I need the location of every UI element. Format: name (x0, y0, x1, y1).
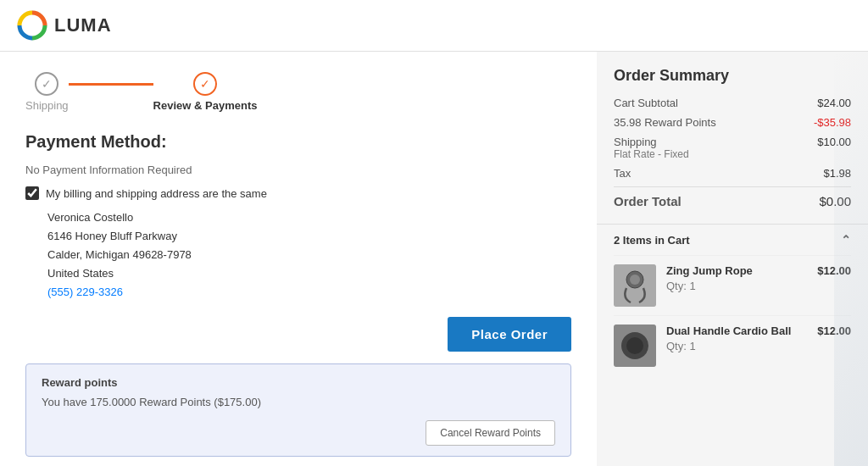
reward-points-label: 35.98 Reward Points (614, 116, 814, 129)
tax-label: Tax (614, 167, 823, 180)
total-label: Order Total (614, 194, 819, 208)
chevron-up-icon: ⌃ (841, 233, 851, 247)
summary-row-shipping: Shipping Flat Rate - Fixed $10.00 (614, 136, 851, 160)
order-summary-title: Order Summary (614, 67, 851, 85)
shipping-label: Shipping Flat Rate - Fixed (614, 136, 817, 160)
billing-same-label: My billing and shipping address are the … (46, 187, 267, 200)
shipping-value: $10.00 (817, 136, 851, 148)
logo-icon (17, 10, 47, 41)
total-value: $0.00 (819, 194, 851, 208)
reward-title: Reward points (42, 376, 555, 389)
cart-item-1-image (614, 325, 656, 367)
address-street: 6146 Honey Bluff Parkway (47, 227, 571, 246)
cancel-reward-button[interactable]: Cancel Reward Points (426, 420, 555, 446)
svg-point-3 (630, 275, 640, 285)
summary-row-subtotal: Cart Subtotal $24.00 (614, 97, 851, 109)
main-layout: ✓ Shipping ✓ Review & Payments Payment M… (0, 52, 868, 466)
order-summary: Order Summary Cart Subtotal $24.00 35.98… (597, 52, 868, 224)
reward-points-value: -$35.98 (814, 116, 851, 129)
right-column: Order Summary Cart Subtotal $24.00 35.98… (597, 52, 868, 466)
cart-item-1-price: $12.00 (817, 325, 851, 367)
cart-item-0-image (614, 264, 656, 307)
payment-section-title: Payment Method: (25, 132, 571, 152)
svg-point-6 (626, 337, 643, 354)
address-block: Veronica Costello 6146 Honey Bluff Parkw… (25, 208, 571, 302)
reward-box: Reward points You have 175.0000 Reward P… (25, 363, 571, 457)
address-phone[interactable]: (555) 229-3326 (47, 286, 123, 298)
logo: LUMA (17, 10, 112, 41)
no-payment-text: No Payment Information Required (25, 164, 571, 176)
step-connector (69, 83, 153, 86)
address-city-state: Calder, Michigan 49628-7978 (47, 246, 571, 264)
place-order-button[interactable]: Place Order (448, 317, 571, 352)
tax-value: $1.98 (823, 167, 851, 180)
place-order-row: Place Order (25, 317, 571, 352)
subtotal-label: Cart Subtotal (614, 97, 817, 109)
step-review-circle: ✓ (193, 72, 217, 96)
step-shipping-circle: ✓ (35, 72, 58, 96)
cart-toggle[interactable]: 2 Items in Cart ⌃ (597, 224, 868, 255)
summary-divider (614, 186, 851, 187)
logo-text: LUMA (54, 14, 112, 36)
cart-item-0-info: Zing Jump Rope Qty: 1 (666, 264, 807, 307)
cart-toggle-label: 2 Items in Cart (614, 234, 690, 247)
progress-steps: ✓ Shipping ✓ Review & Payments (25, 69, 571, 115)
step-review: ✓ Review & Payments (153, 72, 258, 112)
billing-same-checkbox[interactable] (25, 186, 39, 200)
reward-actions: Cancel Reward Points (42, 420, 555, 446)
cart-item-1: Dual Handle Cardio Ball Qty: 1 $12.00 (614, 315, 851, 375)
cart-item-0-name: Zing Jump Rope (666, 264, 807, 277)
reward-text: You have 175.0000 Reward Points ($175.00… (42, 396, 555, 408)
payment-section: Payment Method: No Payment Information R… (25, 132, 571, 302)
cart-item-1-info: Dual Handle Cardio Ball Qty: 1 (666, 325, 807, 367)
summary-row-total: Order Total $0.00 (614, 194, 851, 208)
cart-item-1-qty: Qty: 1 (666, 340, 807, 352)
cart-item-0-price: $12.00 (817, 264, 851, 307)
shipping-sub-label: Flat Rate - Fixed (614, 148, 817, 160)
step-shipping-label: Shipping (25, 99, 69, 112)
left-column: ✓ Shipping ✓ Review & Payments Payment M… (0, 52, 597, 466)
address-name: Veronica Costello (47, 208, 571, 227)
header: LUMA (0, 0, 868, 52)
cart-item-1-name: Dual Handle Cardio Ball (666, 325, 807, 337)
subtotal-value: $24.00 (817, 97, 851, 109)
summary-row-reward: 35.98 Reward Points -$35.98 (614, 116, 851, 129)
cart-item-0: Zing Jump Rope Qty: 1 $12.00 (614, 255, 851, 315)
step-review-label: Review & Payments (153, 99, 258, 112)
summary-row-tax: Tax $1.98 (614, 167, 851, 180)
address-country: United States (47, 264, 571, 283)
cart-items-list: Zing Jump Rope Qty: 1 $12.00 Dual Handle… (597, 255, 868, 375)
billing-same-row: My billing and shipping address are the … (25, 186, 571, 200)
cart-item-0-qty: Qty: 1 (666, 280, 807, 292)
step-shipping: ✓ Shipping (25, 72, 69, 112)
